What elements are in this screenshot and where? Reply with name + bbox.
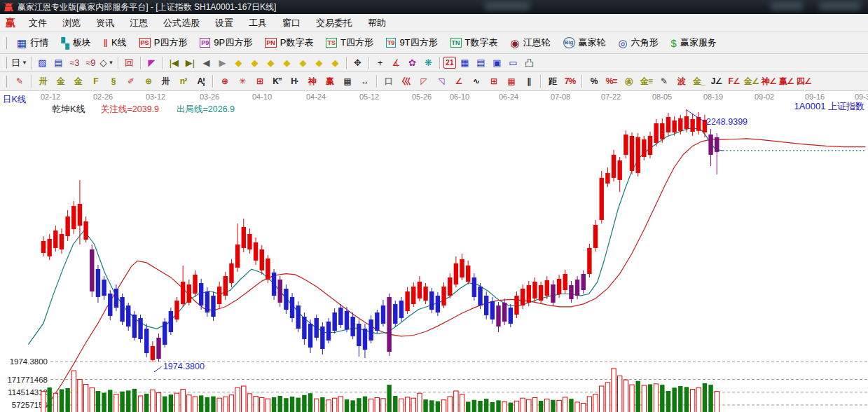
box-tool-tool[interactable]: 口: [380, 74, 397, 88]
t-number-table-button[interactable]: TNT数字表: [444, 34, 504, 51]
winner-service-button[interactable]: $赢家服务: [665, 34, 723, 51]
9p-square-button[interactable]: P99P四方形: [193, 34, 259, 51]
next-page-tool[interactable]: ▶: [215, 56, 230, 70]
calendar-tool[interactable]: 21: [443, 57, 456, 69]
candle-style-dropdown-icon[interactable]: ▼: [108, 58, 113, 68]
fit-all-tool[interactable]: ◆: [328, 56, 343, 70]
fan-lines-tool[interactable]: 巛: [398, 74, 414, 88]
curve-9-tool[interactable]: ≈9: [83, 56, 98, 70]
menu-item-资讯[interactable]: 资讯: [88, 18, 122, 28]
menu-item-帮助[interactable]: 帮助: [360, 18, 394, 28]
hexagon-button[interactable]: ◎六角形: [612, 34, 665, 51]
dual-kline-tool[interactable]: 回: [122, 56, 137, 70]
width-measure-tool[interactable]: ↔: [357, 74, 373, 88]
menu-item-窗口[interactable]: 窗口: [275, 18, 308, 28]
pan-hand-tool[interactable]: ✥: [350, 56, 365, 70]
winner-wheel-button[interactable]: Big赢家轮: [557, 34, 612, 51]
pattern-view-tool[interactable]: ▨: [35, 56, 50, 70]
shift-right-tool[interactable]: ◆: [247, 56, 262, 70]
radial-web-tool[interactable]: ✳: [234, 74, 250, 88]
gann-wheel-button[interactable]: ◉江恩轮: [504, 34, 557, 51]
last-page-tool[interactable]: ▶|: [183, 56, 198, 70]
quotes-button[interactable]: ▦行情: [11, 34, 55, 51]
shen-ruler-tool[interactable]: 神: [304, 74, 320, 88]
prev-page-tool[interactable]: ◀: [199, 56, 214, 70]
9t-square-button[interactable]: T99T四方形: [380, 34, 444, 51]
report-tool[interactable]: ▤: [474, 56, 488, 70]
period-daily-dropdown-icon[interactable]: ▼: [22, 58, 27, 68]
p-square-button[interactable]: PSP四方形: [133, 34, 194, 51]
spacing-measure-tool[interactable]: 距: [544, 74, 560, 88]
menu-item-文件[interactable]: 文件: [21, 18, 55, 28]
printer-tool[interactable]: 凸: [522, 56, 537, 70]
box-diagonal-tool[interactable]: ◹: [433, 74, 449, 88]
scale-ruler-tool[interactable]: ▦: [339, 74, 355, 88]
j-angle-tool[interactable]: J∠: [708, 74, 724, 88]
gold-underline-tool[interactable]: 金_: [691, 74, 707, 88]
menu-item-浏览[interactable]: 浏览: [55, 18, 88, 28]
save-tool[interactable]: ▣: [490, 56, 504, 70]
shen-angle-tool[interactable]: 神∠: [761, 74, 777, 88]
f-angle-tool[interactable]: F∠: [726, 74, 742, 88]
k-notation-tool[interactable]: K”: [269, 74, 285, 88]
gann-ruler-tool[interactable]: 卅: [35, 74, 51, 88]
calculator-tool[interactable]: ▦: [457, 56, 472, 70]
ying-ruler-tool[interactable]: 赢: [322, 74, 338, 88]
n2-ruler-tool[interactable]: n²: [175, 74, 191, 88]
parallel-lines-tool[interactable]: ∥: [521, 74, 537, 88]
p-number-table-button[interactable]: PNP数字表: [259, 34, 319, 51]
spiral-ruler-tool[interactable]: §: [105, 74, 121, 88]
flag-sort-tool[interactable]: ◤: [144, 56, 159, 70]
toolbar-grip[interactable]: [4, 57, 7, 69]
fibo-ruler-tool[interactable]: F: [88, 74, 104, 88]
first-page-tool[interactable]: |◀: [167, 56, 181, 70]
menu-item-江恩[interactable]: 江恩: [122, 18, 156, 28]
box-fan-tool[interactable]: ◸: [415, 74, 432, 88]
zigzag-tool-tool[interactable]: ∿: [468, 74, 484, 88]
curve-3-tool[interactable]: ≈3: [67, 56, 82, 70]
window-controls-blurred[interactable]: [820, 2, 860, 11]
ying-angle-tool[interactable]: 赢∠: [778, 74, 794, 88]
sectors-button[interactable]: ▚板块: [55, 34, 97, 51]
list-view-tool[interactable]: ▤: [51, 56, 66, 70]
text-label-tool[interactable]: A¦: [193, 74, 209, 88]
grid-box-tool[interactable]: ▦: [503, 74, 519, 88]
zoom-in-tool[interactable]: ◆: [263, 56, 278, 70]
period-daily-tool[interactable]: 日▼: [11, 56, 27, 70]
percent-tool[interactable]: %: [586, 74, 602, 88]
plain-ruler-tool[interactable]: 卅: [158, 74, 174, 88]
gift-tool-tool[interactable]: ✿: [405, 56, 420, 70]
angle-measure-tool[interactable]: ∡: [389, 56, 404, 70]
remote-monitor-tool[interactable]: ▭: [506, 56, 521, 70]
period-label[interactable]: 日K线: [3, 95, 26, 104]
toolbar-grip[interactable]: [4, 37, 7, 49]
shift-down-tool[interactable]: ◆: [312, 56, 326, 70]
shift-up-tool[interactable]: ◆: [296, 56, 310, 70]
percent-lines-tool[interactable]: %=: [603, 74, 619, 88]
t-square-button[interactable]: TST四方形: [319, 34, 379, 51]
four-angle-tool[interactable]: 四∠: [796, 74, 812, 88]
gold-lines-tool[interactable]: 金≡: [638, 74, 654, 88]
circle-ruler-tool[interactable]: ⊕: [140, 74, 156, 88]
marker-pen-tool[interactable]: ✐: [123, 74, 139, 88]
gold-circle-tool[interactable]: ㊎: [621, 74, 637, 88]
menu-item-交易委托[interactable]: 交易委托: [308, 18, 360, 28]
angle-percent-tool[interactable]: 7%: [562, 74, 578, 88]
pen-tool-tool[interactable]: ✎: [11, 74, 27, 88]
crosshair-tool[interactable]: +: [373, 56, 387, 70]
h-notation-tool[interactable]: H·: [287, 74, 303, 88]
toolbar-grip[interactable]: [4, 76, 7, 88]
menu-item-工具[interactable]: 工具: [241, 18, 275, 28]
brain-tool-tool[interactable]: ❋: [421, 56, 436, 70]
shift-left-tool[interactable]: ◆: [231, 56, 246, 70]
menu-item-公式选股[interactable]: 公式选股: [156, 18, 207, 28]
gold-ruler-1-tool[interactable]: 金: [53, 74, 69, 88]
zoom-out-tool[interactable]: ◆: [280, 56, 294, 70]
pen-annotate-tool[interactable]: ✎: [656, 74, 672, 88]
trend-angle-tool[interactable]: ∠: [450, 74, 467, 88]
kline-button[interactable]: ‖K线: [97, 34, 133, 51]
gold-ruler-2-tool[interactable]: 金: [70, 74, 86, 88]
menu-item-设置[interactable]: 设置: [207, 18, 241, 28]
wave-tool-tool[interactable]: 波: [673, 74, 689, 88]
candle-style-tool[interactable]: ◇▼: [99, 56, 114, 70]
